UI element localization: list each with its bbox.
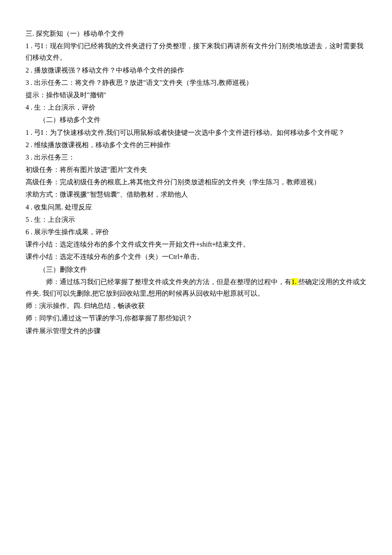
text-line: 高级任务：完成初级任务的根底上,将其他文件分门别类放进相应的文件夹（学生陈习，教… bbox=[26, 176, 366, 188]
text-line: 4 . 收集问黑. 处理反应 bbox=[26, 201, 366, 213]
text-line: 课件小结：选定连续分布的多个文件或文件夹一开始文件+shift+结束文件。 bbox=[26, 238, 366, 250]
text-line: 2 . 维续播放微课视相，移动多个文件的三种操作 bbox=[26, 139, 366, 151]
text-line: 1 . 弓I：为了快速移动文件,我们可以用鼠标或者快捷键一次选中多个文件进行移动… bbox=[26, 127, 366, 138]
text-line: 3 . 出示任务二：将文件？静夜思？放进"语文"文件夹（学生练习,教师巡视） bbox=[26, 77, 366, 88]
text-line: 求助方式：微课视撅"智慧锦囊"、借助教材，求助他人 bbox=[26, 189, 366, 200]
text-line: 4 . 生：上台演示，评价 bbox=[26, 102, 366, 113]
text-line: 2 . 播放微课视强？移动文件？中移动单个文件的操作 bbox=[26, 64, 366, 76]
text-line: 1 . 弓I：现在同学们已经将我的文件夹进行了分类整理，接下来我们再讲所有文件分… bbox=[26, 40, 366, 63]
text-line: （二）移动多个文件 bbox=[26, 114, 366, 125]
text-line: 提示：操作错误及时"撤销" bbox=[26, 89, 366, 101]
highlighted-text: 1. bbox=[291, 278, 298, 285]
text-line: 6 . 展示学生操作成果，评价 bbox=[26, 226, 366, 238]
text-line: 5 . 生：上台演示 bbox=[26, 214, 366, 225]
text-line: 3 . 出示任务三： bbox=[26, 151, 366, 163]
text-line: 师：演示操作。四. 归纳总结，畅谈收获 bbox=[26, 300, 366, 311]
text-line: （三）删除文件 bbox=[26, 264, 366, 275]
text-line: 师：同学们,通过这一节课的学习,你都掌握了那些知识？ bbox=[26, 312, 366, 324]
text-line: 课件展示管理文件的步骤 bbox=[26, 325, 366, 337]
text-line: 师：通过练习我们已经掌握了整理文件或文件夹的方法，但是在整理的过程中，有1. 些… bbox=[26, 276, 366, 299]
document-content: 三. 探究新知（一）移动单个文件 1 . 弓I：现在同学们已经将我的文件夹进行了… bbox=[26, 28, 366, 337]
text-line: 课件小结：选定不连续分布的多个文件（夹）一Ctrl+单击。 bbox=[26, 251, 366, 262]
text-line: 初级任务：将所有图片放进"图片"文件夹 bbox=[26, 164, 366, 175]
text-span: 师：通过练习我们已经掌握了整理文件或文件夹的方法，但是在整理的过程中，有 bbox=[46, 278, 291, 285]
text-line: 三. 探究新知（一）移动单个文件 bbox=[26, 28, 366, 39]
